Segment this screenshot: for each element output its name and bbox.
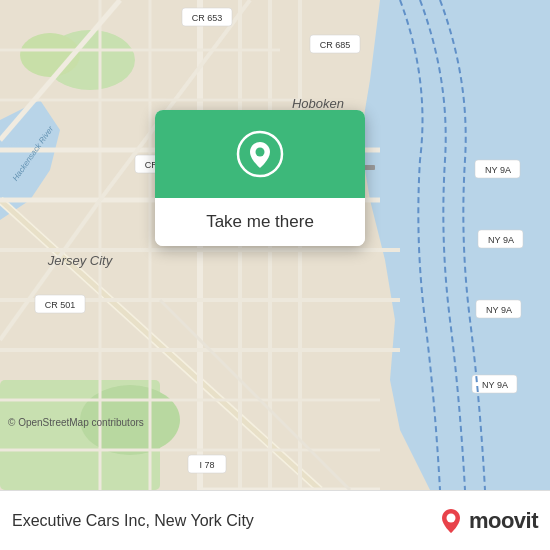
- svg-text:Jersey City: Jersey City: [47, 253, 114, 268]
- svg-text:Hoboken: Hoboken: [292, 96, 344, 111]
- bottom-bar: Executive Cars Inc, New York City moovit: [0, 490, 550, 550]
- business-name: Executive Cars Inc, New York City: [12, 512, 437, 530]
- map-attribution: © OpenStreetMap contributors: [8, 417, 144, 428]
- take-me-there-button[interactable]: Take me there: [155, 198, 365, 246]
- svg-text:NY 9A: NY 9A: [482, 380, 508, 390]
- svg-text:NY 9A: NY 9A: [486, 305, 512, 315]
- popup-header: [155, 110, 365, 198]
- svg-text:NY 9A: NY 9A: [485, 165, 511, 175]
- svg-text:CR 653: CR 653: [192, 13, 223, 23]
- moovit-logo: moovit: [437, 507, 538, 535]
- moovit-text: moovit: [469, 508, 538, 534]
- location-pin-icon: [236, 130, 284, 178]
- svg-text:I 78: I 78: [199, 460, 214, 470]
- moovit-pin-icon: [437, 507, 465, 535]
- svg-point-55: [446, 513, 455, 522]
- svg-text:CR 501: CR 501: [45, 300, 76, 310]
- svg-point-54: [256, 148, 265, 157]
- location-popup: Take me there: [155, 110, 365, 246]
- svg-text:CR 685: CR 685: [320, 40, 351, 50]
- svg-text:NY 9A: NY 9A: [488, 235, 514, 245]
- map-area: CR 653 CR 685 CR 501 CR 501 NY 9A NY 9A …: [0, 0, 550, 490]
